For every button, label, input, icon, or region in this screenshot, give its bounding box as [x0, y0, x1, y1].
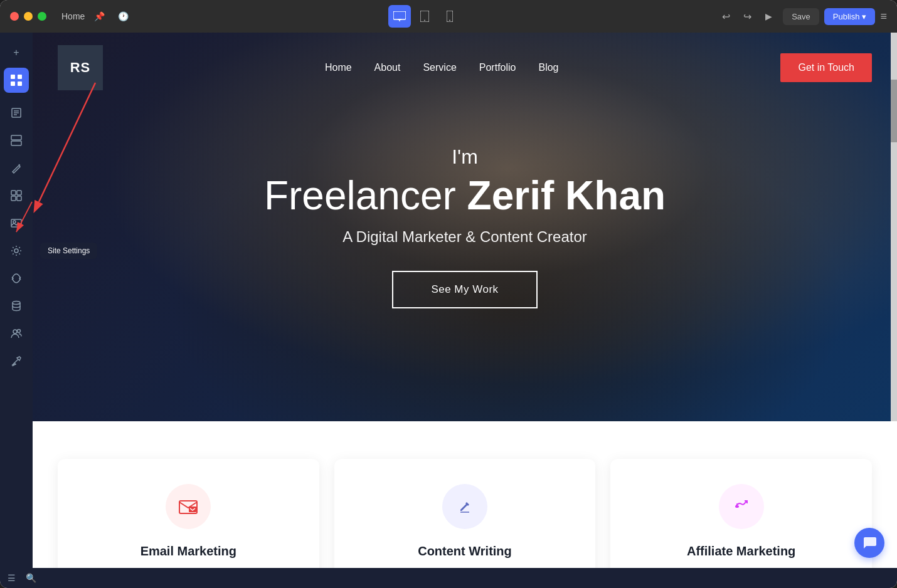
sidebar-item-sections[interactable] — [4, 128, 29, 153]
mobile-view-button[interactable] — [438, 5, 461, 28]
editor-body: + Site Settings — [0, 33, 897, 568]
svg-rect-7 — [11, 75, 15, 79]
toolbar-right: ↩ ↪ ▶ Save Publish ▾ ≡ — [716, 7, 887, 26]
undo-redo-group: ↩ ↪ ▶ — [716, 7, 778, 26]
left-sidebar: + Site Settings — [0, 33, 33, 568]
undo-button[interactable]: ↩ — [716, 7, 735, 26]
bottom-icon-2[interactable]: 🔍 — [26, 573, 36, 583]
services-section: Email Marketing Early adopters holy grai… — [33, 421, 897, 568]
nav-link-home[interactable]: Home — [325, 62, 352, 73]
service-card-affiliate: Affiliate Marketing Early adopters holy … — [610, 459, 872, 568]
tablet-view-button[interactable] — [413, 5, 436, 28]
service-card-email: Email Marketing Early adopters holy grai… — [58, 459, 319, 568]
publish-button[interactable]: Publish ▾ — [824, 8, 876, 25]
website-preview: RS Home About Service Portfolio Blog Get… — [33, 33, 897, 568]
content-writing-icon — [442, 484, 487, 529]
hero-content: I'm Freelancer Zerif Khan A Digital Mark… — [264, 145, 666, 308]
device-switcher — [388, 5, 461, 28]
nav-link-blog[interactable]: Blog — [538, 62, 558, 73]
sidebar-item-users[interactable] — [4, 321, 29, 346]
affiliate-marketing-icon — [719, 484, 764, 529]
sidebar-item-apps[interactable] — [4, 68, 29, 93]
email-marketing-title: Email Marketing — [77, 544, 300, 559]
svg-point-24 — [13, 302, 20, 305]
desktop-view-button[interactable] — [388, 5, 411, 28]
nav-link-portfolio[interactable]: Portfolio — [479, 62, 516, 73]
bottom-bar: ☰ 🔍 — [0, 568, 897, 588]
nav-link-service[interactable]: Service — [423, 62, 456, 73]
svg-point-26 — [18, 330, 21, 333]
site-navigation: RS Home About Service Portfolio Blog Get… — [33, 33, 897, 103]
svg-point-4 — [424, 20, 425, 21]
svg-rect-15 — [11, 135, 21, 140]
svg-rect-10 — [18, 81, 22, 86]
svg-point-6 — [449, 20, 450, 21]
sidebar-item-tools[interactable] — [4, 349, 29, 374]
email-marketing-icon — [166, 484, 211, 529]
svg-rect-16 — [11, 141, 21, 145]
service-card-content: Content Writing Early adopters holy grai… — [334, 459, 596, 568]
publish-chevron-icon: ▾ — [862, 12, 866, 21]
see-my-work-button[interactable]: See My Work — [392, 271, 537, 308]
sidebar-item-database[interactable] — [4, 293, 29, 318]
hero-section: RS Home About Service Portfolio Blog Get… — [33, 33, 897, 421]
sidebar-item-media[interactable] — [4, 211, 29, 236]
svg-rect-21 — [11, 219, 21, 227]
sidebar-item-integrations[interactable] — [4, 266, 29, 291]
hamburger-menu-button[interactable]: ≡ — [880, 10, 887, 23]
svg-rect-18 — [17, 191, 21, 195]
svg-point-23 — [14, 249, 18, 253]
hero-name: Freelancer Zerif Khan — [264, 174, 666, 218]
email-marketing-desc: Early adopters holy grail supply chain a… — [77, 566, 300, 568]
sidebar-item-components[interactable] — [4, 183, 29, 208]
title-bar: Home 📌 🕐 ↩ ↪ ▶ — [0, 0, 897, 33]
sidebar-item-design[interactable] — [4, 155, 29, 181]
svg-rect-30 — [189, 507, 196, 512]
traffic-lights — [10, 12, 46, 21]
hero-name-light: Freelancer — [264, 173, 467, 218]
site-logo: RS — [58, 45, 103, 90]
canvas-area[interactable]: RS Home About Service Portfolio Blog Get… — [33, 33, 897, 568]
affiliate-marketing-title: Affiliate Marketing — [629, 544, 853, 559]
svg-rect-0 — [393, 11, 406, 19]
svg-rect-9 — [11, 81, 15, 86]
sidebar-item-site-settings[interactable]: Site Settings — [4, 238, 29, 263]
home-tab-label: Home — [61, 11, 85, 21]
history-button[interactable]: 🕐 — [114, 7, 132, 26]
close-button[interactable] — [10, 12, 19, 21]
get-in-touch-button[interactable]: Get in Touch — [780, 53, 872, 82]
hero-name-bold: Zerif Khan — [467, 173, 666, 218]
chat-bubble-button[interactable] — [854, 528, 884, 558]
svg-rect-20 — [17, 196, 21, 201]
svg-rect-19 — [11, 196, 16, 201]
nav-links: Home About Service Portfolio Blog — [325, 62, 559, 73]
hero-greeting: I'm — [264, 145, 666, 169]
content-writing-desc: Early adopters holy grail supply chain a… — [353, 566, 577, 568]
redo-button[interactable]: ↪ — [738, 7, 756, 26]
content-writing-title: Content Writing — [353, 544, 577, 559]
affiliate-marketing-desc: Early adopters holy grail supply chain a… — [629, 566, 853, 568]
pin-button[interactable]: 📌 — [90, 7, 109, 26]
minimize-button[interactable] — [24, 12, 33, 21]
svg-point-34 — [735, 505, 739, 508]
hero-subtitle: A Digital Marketer & Content Creator — [264, 228, 666, 246]
bottom-icon-1[interactable]: ☰ — [8, 573, 16, 583]
svg-rect-8 — [18, 75, 22, 79]
save-button[interactable]: Save — [783, 8, 819, 25]
preview-button[interactable]: ▶ — [759, 7, 778, 26]
home-tab[interactable]: Home — [61, 11, 85, 21]
svg-point-25 — [13, 330, 17, 333]
maximize-button[interactable] — [38, 12, 46, 21]
svg-rect-17 — [11, 191, 16, 195]
editor-toolbar: Home 📌 🕐 ↩ ↪ ▶ — [54, 5, 887, 28]
nav-link-about[interactable]: About — [374, 62, 401, 73]
sidebar-item-add[interactable]: + — [4, 40, 29, 65]
sidebar-item-pages[interactable] — [4, 100, 29, 125]
